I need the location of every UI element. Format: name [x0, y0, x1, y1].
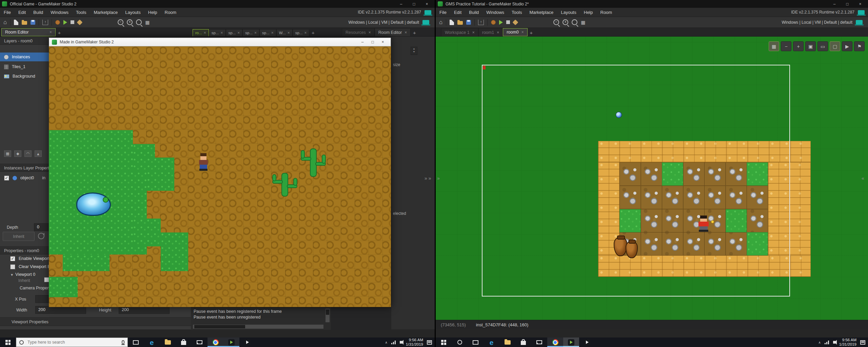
- close-tab-icon[interactable]: ×: [304, 30, 307, 35]
- stop-icon[interactable]: [506, 20, 510, 24]
- volume-icon[interactable]: [833, 341, 835, 344]
- store-taskbar-button[interactable]: [515, 338, 531, 347]
- game-minimize-button[interactable]: –: [357, 40, 368, 44]
- taskbar-clock[interactable]: 9:56 AM1/31/2019: [406, 338, 423, 347]
- microphone-icon[interactable]: [122, 340, 124, 344]
- expand-icon[interactable]: ▾: [11, 272, 13, 277]
- zoom-in-icon[interactable]: +: [127, 19, 133, 25]
- tab-room0[interactable]: room0×: [503, 28, 527, 36]
- resource-tab-5[interactable]: W...×: [276, 29, 293, 36]
- tab-workspace-1[interactable]: Workspace 1×: [441, 28, 478, 36]
- zoom-in-button[interactable]: +: [793, 41, 804, 51]
- dock-tab-room-editor[interactable]: Room Editor×: [375, 28, 411, 36]
- add-dock-tab-button[interactable]: +: [411, 29, 418, 36]
- resource-tab-4[interactable]: sp...×: [259, 29, 276, 36]
- open-project-icon[interactable]: [22, 21, 27, 25]
- restore-button[interactable]: □: [408, 1, 420, 7]
- add-workspace-button[interactable]: +: [56, 29, 63, 36]
- menu-room[interactable]: Room: [161, 8, 180, 17]
- gamemaker-taskbar-button[interactable]: [223, 338, 239, 347]
- close-tab-icon[interactable]: ×: [521, 30, 524, 35]
- taskbar-clock[interactable]: 9:56 AM1/31/2019: [839, 338, 856, 347]
- menu-marketplace[interactable]: Marketplace: [90, 8, 121, 17]
- edge-taskbar-button[interactable]: e: [484, 338, 499, 347]
- mail-taskbar-button[interactable]: [192, 338, 208, 347]
- home-icon[interactable]: ⌂: [3, 19, 7, 25]
- gamemaker-taskbar-button[interactable]: [563, 338, 579, 347]
- task-view-button[interactable]: [128, 338, 144, 347]
- home-icon[interactable]: ⌂: [439, 19, 442, 25]
- gamemaker-runner-taskbar-button[interactable]: [239, 338, 255, 347]
- zoom-actual-button[interactable]: ▣: [805, 41, 816, 51]
- run-room-button[interactable]: ▶: [842, 41, 852, 51]
- zoom-out-icon[interactable]: −: [118, 19, 123, 25]
- file-explorer-taskbar-button[interactable]: [499, 338, 515, 347]
- close-tab-icon[interactable]: ×: [50, 30, 52, 35]
- log-vertical-scrollbar[interactable]: [326, 309, 330, 322]
- new-project-icon[interactable]: [14, 20, 18, 25]
- zoom-fit-button[interactable]: ▭: [817, 41, 828, 51]
- save-project-icon[interactable]: [466, 20, 471, 25]
- resource-tab-6[interactable]: sp...×: [293, 29, 310, 36]
- clear-viewport-checkbox[interactable]: ✓: [10, 264, 15, 269]
- close-tab-icon[interactable]: ×: [472, 30, 475, 35]
- menu-room[interactable]: Room: [597, 8, 616, 17]
- close-button[interactable]: ×: [421, 1, 433, 7]
- hidden-icons-chevron[interactable]: ∧: [818, 341, 821, 344]
- cortana-button[interactable]: [452, 338, 468, 347]
- menu-tools[interactable]: Tools: [72, 8, 90, 17]
- volume-icon[interactable]: [400, 341, 402, 344]
- add-resource-tab-button[interactable]: +: [309, 29, 317, 36]
- close-tab-icon[interactable]: ×: [405, 30, 407, 35]
- close-tab-icon[interactable]: ×: [221, 30, 223, 35]
- game-window-titlebar[interactable]: Made in GameMaker Studio 2 – □ ×: [49, 38, 391, 46]
- menu-windows[interactable]: Windows: [482, 8, 508, 17]
- create-executable-icon[interactable]: ↑: [42, 20, 48, 25]
- zoom-out-icon[interactable]: −: [553, 19, 559, 25]
- menu-layouts[interactable]: Layouts: [557, 8, 580, 17]
- save-project-icon[interactable]: [31, 20, 35, 25]
- resource-tab-3[interactable]: sp...×: [242, 29, 259, 36]
- reset-inherit-icon[interactable]: [38, 233, 44, 239]
- add-tab-button[interactable]: +: [528, 29, 535, 36]
- run-icon[interactable]: [63, 20, 67, 25]
- menu-build[interactable]: Build: [465, 8, 482, 17]
- debug-icon[interactable]: [491, 20, 496, 25]
- task-view-button[interactable]: [468, 338, 484, 347]
- restore-button[interactable]: □: [842, 1, 853, 7]
- resource-tab-2[interactable]: sp...×: [226, 29, 243, 36]
- zoom-reset-icon[interactable]: [136, 19, 142, 25]
- menu-marketplace[interactable]: Marketplace: [526, 8, 557, 17]
- new-project-icon[interactable]: [450, 20, 454, 25]
- number-stepper[interactable]: ▲▼: [411, 47, 417, 55]
- zoom-reset-icon[interactable]: [572, 19, 577, 25]
- run-target-config[interactable]: Windows | Local | VM | Default | default: [348, 20, 419, 25]
- clean-icon[interactable]: [513, 19, 518, 25]
- add-path-layer-icon[interactable]: ◠: [24, 150, 32, 157]
- menu-file[interactable]: File: [0, 8, 15, 17]
- grid-settings-button[interactable]: ▢: [830, 41, 840, 51]
- mail-taskbar-button[interactable]: [531, 338, 547, 347]
- window-layout-icon[interactable]: ▦: [581, 20, 585, 25]
- target-device-icon[interactable]: [858, 10, 865, 15]
- network-icon[interactable]: [391, 341, 396, 344]
- close-tab-icon[interactable]: ×: [369, 30, 371, 35]
- action-center-icon[interactable]: [860, 340, 865, 345]
- grid-toggle-button[interactable]: ▦: [769, 41, 779, 51]
- close-tab-icon[interactable]: ×: [497, 30, 499, 35]
- minimize-button[interactable]: –: [395, 1, 407, 7]
- add-instance-layer-icon[interactable]: ▦: [4, 150, 11, 157]
- edge-taskbar-button[interactable]: e: [144, 338, 160, 347]
- enable-viewports-checkbox[interactable]: ✓: [10, 256, 15, 261]
- close-button[interactable]: ×: [854, 1, 866, 7]
- target-device-icon[interactable]: [422, 20, 429, 24]
- dock-collapse-handle[interactable]: »: [437, 176, 440, 181]
- add-tile-layer-icon[interactable]: ◆: [14, 150, 21, 157]
- game-restore-button[interactable]: □: [368, 40, 378, 44]
- height-field[interactable]: 200: [119, 306, 170, 314]
- run-icon[interactable]: [499, 20, 503, 25]
- chrome-taskbar-button[interactable]: [208, 338, 223, 347]
- menu-edit[interactable]: Edit: [15, 8, 29, 17]
- window-layout-icon[interactable]: ▦: [145, 20, 150, 25]
- gamemaker-runner-taskbar-button[interactable]: [579, 338, 595, 347]
